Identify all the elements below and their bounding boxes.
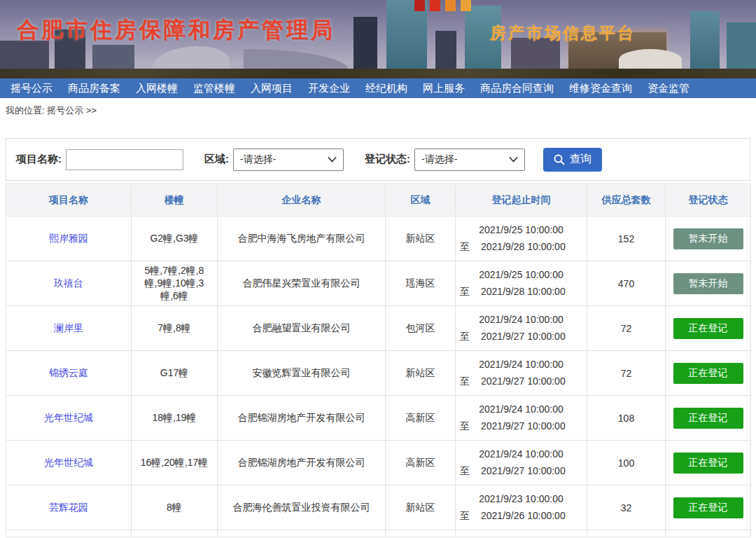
buildings-cell: G17幢 [132, 351, 218, 396]
start-time: 2021/9/24 10:00:00 [460, 401, 582, 418]
search-icon [554, 154, 565, 165]
to-label: 至 [460, 284, 470, 300]
search-button[interactable]: 查询 [543, 148, 602, 172]
start-time: 2021/9/24 10:00:00 [460, 312, 582, 328]
registration-period-cell: 2021/9/25 10:00:00 至2021/9/28 10:00:00 [456, 216, 587, 261]
nav-item-networked-buildings[interactable]: 入网楼幢 [128, 78, 186, 98]
nav-item-maintenance-fund-query[interactable]: 维修资金查询 [561, 78, 640, 98]
nav-item-contract-query[interactable]: 商品房合同查询 [472, 78, 561, 98]
registration-period-cell: 2021/9/25 10:00:00 至2021/9/28 10:00:00 [456, 261, 587, 306]
status-button[interactable]: 正在登记 [673, 408, 743, 429]
platform-title: 房产市场信息平台 [490, 22, 636, 44]
end-time: 2021/9/28 10:00:00 [481, 284, 566, 300]
building-silhouette [354, 17, 377, 70]
company-cell: 合肥锦湖房地产开发有限公司 [218, 441, 386, 485]
table-row: 熙岸雅园 G2幢,G3幢 合肥中海海飞房地产有限公司 新站区 2021/9/25… [6, 216, 751, 261]
status-cell: 正在登记 [666, 441, 751, 485]
status-cell: 正在登记 [666, 485, 751, 530]
status-cell: 正在登记 [666, 396, 751, 441]
building-silhouette [690, 11, 720, 70]
buildings-cell: 16幢,20幢,17幢 [132, 441, 218, 485]
status-cell: 正在登记 [666, 351, 751, 396]
to-label: 至 [460, 508, 470, 524]
status-selected-value: -请选择- [421, 153, 457, 166]
building-silhouette [0, 41, 49, 70]
project-name-link[interactable]: 锦绣云庭 [49, 367, 88, 378]
status-button[interactable]: 暂未开始 [673, 273, 743, 294]
nav-item-brokerage-agencies[interactable]: 经纪机构 [358, 78, 415, 98]
nav-item-networked-projects[interactable]: 入网项目 [243, 78, 300, 98]
registration-status-select[interactable]: -请选择- [414, 149, 525, 171]
nav-item-fund-supervision[interactable]: 资金监管 [640, 78, 697, 98]
project-name-link[interactable]: 玖禧台 [54, 277, 83, 289]
buildings-cell: 5幢,7幢,2幢,8幢,9幢,10幢,3幢,6幢 [132, 261, 218, 306]
project-name-link[interactable]: 光年世纪城 [44, 412, 93, 423]
buildings-cell: 8幢 [132, 485, 218, 530]
building-silhouette [727, 22, 756, 70]
table-header-row: 项目名称 楼幢 企业名称 区域 登记起止时间 供应总套数 登记状态 [6, 184, 751, 216]
project-name-link[interactable]: 熙岸雅园 [49, 233, 88, 244]
units-cell: 470 [587, 261, 666, 306]
district-cell: 新站区 [386, 351, 456, 396]
banner-rooftop-sign [414, 0, 471, 11]
col-header-status: 登记状态 [666, 184, 751, 216]
table-row-clipped [6, 530, 751, 537]
table-row: 光年世纪城 16幢,20幢,17幢 合肥锦湖房地产开发有限公司 高新区 2021… [6, 441, 751, 485]
district-select[interactable]: -请选择- [233, 149, 344, 171]
district-label: 区域: [204, 153, 229, 166]
registration-period-cell: 2021/9/24 10:00:00 至2021/9/27 10:00:00 [456, 306, 587, 351]
project-name-link[interactable]: 澜岸里 [54, 322, 83, 333]
registration-period-cell: 2021/9/24 10:00:00 至2021/9/27 10:00:00 [456, 441, 587, 485]
status-button[interactable]: 正在登记 [673, 497, 743, 518]
search-button-label: 查询 [570, 152, 592, 167]
district-cell: 新站区 [386, 216, 456, 261]
nav-item-lottery-publicity[interactable]: 摇号公示 [3, 78, 60, 98]
building-silhouette [435, 31, 456, 70]
company-cell: 合肥伟星兴荣置业有限公司 [218, 261, 386, 306]
district-cell: 新站区 [386, 485, 456, 530]
units-cell: 108 [587, 396, 666, 441]
status-cell: 暂未开始 [666, 216, 751, 261]
start-time: 2021/9/24 10:00:00 [460, 446, 582, 462]
registration-period-cell: 2021/9/24 10:00:00 至2021/9/27 10:00:00 [456, 396, 587, 441]
to-label: 至 [460, 418, 470, 434]
end-time: 2021/9/27 10:00:00 [481, 373, 566, 389]
col-header-period: 登记起止时间 [456, 184, 587, 216]
nav-item-online-services[interactable]: 网上服务 [415, 78, 472, 98]
buildings-cell: 7幢,8幢 [132, 306, 218, 351]
registration-period-cell: 2021/9/24 10:00:00 至2021/9/27 10:00:00 [456, 351, 587, 396]
end-time: 2021/9/27 10:00:00 [481, 463, 566, 479]
to-label: 至 [460, 463, 470, 479]
col-header-district: 区域 [386, 184, 456, 216]
district-cell: 包河区 [386, 306, 456, 351]
status-button[interactable]: 正在登记 [673, 453, 743, 474]
project-name-input[interactable] [66, 149, 183, 170]
company-cell: 安徽览辉置业有限公司 [218, 351, 386, 396]
status-button[interactable]: 暂未开始 [673, 228, 743, 249]
status-button[interactable]: 正在登记 [673, 318, 743, 339]
col-header-buildings: 楼幢 [132, 184, 218, 216]
nav-item-commodity-housing-record[interactable]: 商品房备案 [60, 78, 128, 98]
nav-item-supervised-buildings[interactable]: 监管楼幢 [186, 78, 243, 98]
table-row: 澜岸里 7幢,8幢 合肥融望置业有限公司 包河区 2021/9/24 10:00… [6, 306, 751, 351]
nav-item-developers[interactable]: 开发企业 [300, 78, 358, 98]
building-silhouette [619, 49, 682, 70]
end-time: 2021/9/27 10:00:00 [481, 418, 566, 434]
site-banner: 合肥市住房保障和房产管理局 房产市场信息平台 [0, 0, 756, 78]
col-header-units: 供应总套数 [587, 184, 666, 216]
district-cell: 高新区 [386, 396, 456, 441]
district-cell: 瑶海区 [386, 261, 456, 306]
company-cell: 合肥海伦善筑置业投资有限公司 [218, 485, 386, 530]
buildings-cell: 18幢,19幢 [132, 396, 218, 441]
units-cell: 72 [587, 306, 666, 351]
status-button[interactable]: 正在登记 [673, 363, 743, 384]
col-header-company: 企业名称 [218, 184, 386, 216]
company-cell: 合肥锦湖房地产开发有限公司 [218, 396, 386, 441]
to-label: 至 [460, 239, 470, 255]
company-cell: 合肥中海海飞房地产有限公司 [218, 216, 386, 261]
project-name-link[interactable]: 芸辉花园 [49, 502, 88, 513]
company-cell: 合肥融望置业有限公司 [218, 306, 386, 351]
project-name-label: 项目名称: [16, 153, 62, 166]
agency-title: 合肥市住房保障和房产管理局 [17, 15, 335, 45]
project-name-link[interactable]: 光年世纪城 [44, 457, 93, 468]
